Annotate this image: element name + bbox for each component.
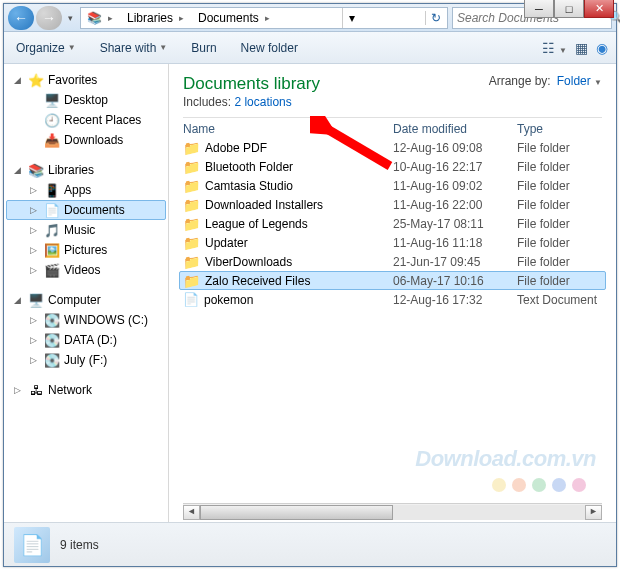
expand-icon[interactable]: ▷ xyxy=(30,265,40,275)
organize-label: Organize xyxy=(16,41,65,55)
collapse-icon[interactable]: ◢ xyxy=(14,295,24,305)
tree-label: Music xyxy=(64,223,95,237)
file-row[interactable]: 📄pokemon12-Aug-16 17:32Text Document xyxy=(179,290,606,309)
organize-menu[interactable]: Organize▼ xyxy=(12,38,80,58)
close-button[interactable]: ✕ xyxy=(584,0,614,18)
breadcrumb[interactable]: 📚▸ Libraries▸ Documents▸ ▾ ↻ xyxy=(80,7,448,29)
scroll-track[interactable] xyxy=(200,505,585,520)
tree-label: July (F:) xyxy=(64,353,107,367)
tree-item-pictures[interactable]: ▷🖼️Pictures xyxy=(6,240,166,260)
expand-icon[interactable]: ▷ xyxy=(30,315,40,325)
nav-history-dropdown[interactable]: ▾ xyxy=(64,13,76,23)
file-row[interactable]: 📁Bluetooth Folder10-Aug-16 22:17File fol… xyxy=(179,157,606,176)
tree-network[interactable]: ▷🖧Network xyxy=(6,380,166,400)
view-options-button[interactable]: ☷ ▼ xyxy=(542,40,567,56)
horizontal-scrollbar[interactable]: ◄ ► xyxy=(183,503,602,520)
breadcrumb-dropdown[interactable]: ▾ xyxy=(342,8,361,28)
expand-icon[interactable]: ▷ xyxy=(30,335,40,345)
file-row[interactable]: 📁League of Legends25-May-17 08:11File fo… xyxy=(179,214,606,233)
includes-link[interactable]: 2 locations xyxy=(234,95,291,109)
breadcrumb-root[interactable]: 📚▸ xyxy=(81,8,121,28)
share-label: Share with xyxy=(100,41,157,55)
status-count: 9 items xyxy=(60,538,99,552)
item-icon: 📥 xyxy=(44,132,60,148)
star-icon: ⭐ xyxy=(28,72,44,88)
drive-icon: 💽 xyxy=(44,332,60,348)
item-icon: 🖼️ xyxy=(44,242,60,258)
tree-item-desktop[interactable]: 🖥️Desktop xyxy=(6,90,166,110)
status-bar: 📄 9 items xyxy=(4,522,616,566)
collapse-icon[interactable]: ◢ xyxy=(14,165,24,175)
tree-item-drive[interactable]: ▷💽WINDOWS (C:) xyxy=(6,310,166,330)
breadcrumb-libraries[interactable]: Libraries▸ xyxy=(121,8,192,28)
breadcrumb-documents[interactable]: Documents▸ xyxy=(192,8,278,28)
share-menu[interactable]: Share with▼ xyxy=(96,38,172,58)
nav-back-button[interactable]: ← xyxy=(8,6,34,30)
file-type: File folder xyxy=(517,255,602,269)
tree-item-music[interactable]: ▷🎵Music xyxy=(6,220,166,240)
watermark-dots xyxy=(492,478,586,492)
library-header: Documents library Includes: 2 locations … xyxy=(169,64,616,113)
column-date[interactable]: Date modified xyxy=(393,122,517,136)
file-type: File folder xyxy=(517,160,602,174)
expand-icon[interactable]: ▷ xyxy=(30,205,40,215)
arrange-by: Arrange by: Folder ▼ xyxy=(489,74,602,88)
file-row[interactable]: 📁Downloaded Installers11-Aug-16 22:00Fil… xyxy=(179,195,606,214)
network-icon: 🖧 xyxy=(28,382,44,398)
maximize-button[interactable]: □ xyxy=(554,0,584,18)
scroll-thumb[interactable] xyxy=(200,505,393,520)
file-row[interactable]: 📁Zalo Received Files06-May-17 10:16File … xyxy=(179,271,606,290)
minimize-button[interactable]: ─ xyxy=(524,0,554,18)
file-row[interactable]: 📁Adobe PDF12-Aug-16 09:08File folder xyxy=(179,138,606,157)
tree-favorites[interactable]: ◢⭐Favorites xyxy=(6,70,166,90)
tree-computer[interactable]: ◢🖥️Computer xyxy=(6,290,166,310)
tree-item-apps[interactable]: ▷📱Apps xyxy=(6,180,166,200)
library-title: Documents library xyxy=(183,74,320,94)
scroll-left-button[interactable]: ◄ xyxy=(183,505,200,520)
file-type: File folder xyxy=(517,141,602,155)
file-row[interactable]: 📁Camtasia Studio11-Aug-16 09:02File fold… xyxy=(179,176,606,195)
explorer-window: ← → ▾ 📚▸ Libraries▸ Documents▸ ▾ ↻ 🔍 Org… xyxy=(3,3,617,567)
tree-item-drive[interactable]: ▷💽July (F:) xyxy=(6,350,166,370)
file-date: 11-Aug-16 09:02 xyxy=(393,179,517,193)
expand-icon[interactable]: ▷ xyxy=(30,225,40,235)
file-name: pokemon xyxy=(204,293,253,307)
column-type[interactable]: Type xyxy=(517,122,602,136)
collapse-icon[interactable]: ◢ xyxy=(14,75,24,85)
arrange-dropdown[interactable]: Folder ▼ xyxy=(557,74,602,88)
expand-icon[interactable]: ▷ xyxy=(30,355,40,365)
tree-item-recent-places[interactable]: 🕘Recent Places xyxy=(6,110,166,130)
file-row[interactable]: 📁ViberDownloads21-Jun-17 09:45File folde… xyxy=(179,252,606,271)
tree-item-drive[interactable]: ▷💽DATA (D:) xyxy=(6,330,166,350)
tree-label: Videos xyxy=(64,263,100,277)
expand-icon[interactable]: ▷ xyxy=(14,385,24,395)
content-area: ◢⭐Favorites 🖥️Desktop🕘Recent Places📥Down… xyxy=(4,64,616,522)
tree-label: Computer xyxy=(48,293,101,307)
tree-label: DATA (D:) xyxy=(64,333,117,347)
scroll-right-button[interactable]: ► xyxy=(585,505,602,520)
expand-icon[interactable]: ▷ xyxy=(30,185,40,195)
burn-button[interactable]: Burn xyxy=(187,38,220,58)
tree-item-documents[interactable]: ▷📄Documents xyxy=(6,200,166,220)
refresh-button[interactable]: ↻ xyxy=(425,11,447,25)
main-pane: Documents library Includes: 2 locations … xyxy=(169,64,616,522)
tree-label: Favorites xyxy=(48,73,97,87)
expand-icon[interactable]: ▷ xyxy=(30,245,40,255)
newfolder-label: New folder xyxy=(241,41,298,55)
preview-pane-button[interactable]: ▦ xyxy=(575,40,588,56)
tree-libraries[interactable]: ◢📚Libraries xyxy=(6,160,166,180)
tree-item-downloads[interactable]: 📥Downloads xyxy=(6,130,166,150)
dot xyxy=(532,478,546,492)
folder-icon: 📁 xyxy=(183,159,200,175)
file-row[interactable]: 📁Updater11-Aug-16 11:18File folder xyxy=(179,233,606,252)
arrange-label: Arrange by: xyxy=(489,74,551,88)
column-name[interactable]: Name xyxy=(183,122,393,136)
new-folder-button[interactable]: New folder xyxy=(237,38,302,58)
item-icon: 📱 xyxy=(44,182,60,198)
nav-forward-button[interactable]: → xyxy=(36,6,62,30)
item-icon: 🕘 xyxy=(44,112,60,128)
help-button[interactable]: ◉ xyxy=(596,40,608,56)
tree-item-videos[interactable]: ▷🎬Videos xyxy=(6,260,166,280)
item-icon: 🎵 xyxy=(44,222,60,238)
file-date: 12-Aug-16 09:08 xyxy=(393,141,517,155)
